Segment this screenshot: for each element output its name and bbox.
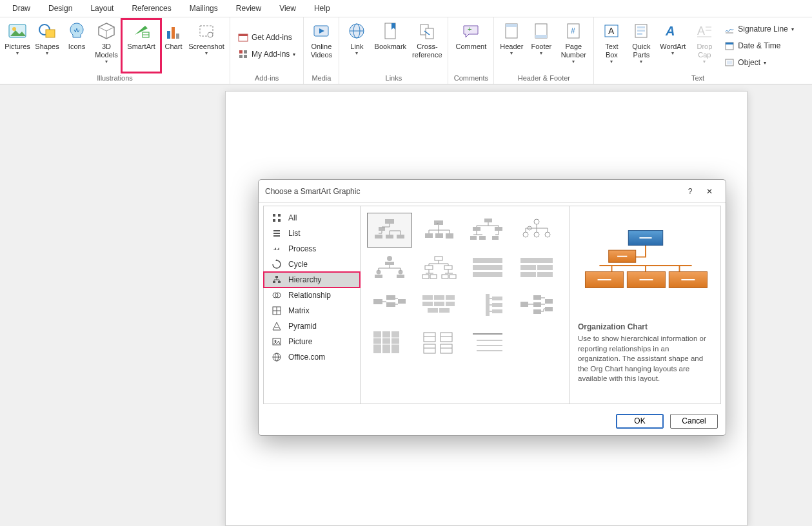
chevron-down-icon: ▾ xyxy=(510,50,513,56)
close-button[interactable]: ✕ xyxy=(700,187,719,196)
tab-mailings[interactable]: Mailings xyxy=(181,0,227,17)
tab-design[interactable]: Design xyxy=(39,0,81,17)
link-button[interactable]: Link ▾ xyxy=(342,19,371,73)
svg-rect-120 xyxy=(428,308,438,313)
svg-rect-78 xyxy=(484,219,492,222)
help-button[interactable]: ? xyxy=(680,187,700,196)
svg-rect-13 xyxy=(239,50,243,54)
layout-thumb[interactable]: – xyxy=(416,213,461,248)
chart-button[interactable]: Chart xyxy=(161,19,186,73)
footer-button[interactable]: Footer ▾ xyxy=(526,19,556,73)
page-number-button[interactable]: # Page Number ▾ xyxy=(556,19,591,73)
layout-thumb[interactable] xyxy=(514,250,559,285)
category-hierarchy[interactable]: Hierarchy xyxy=(264,272,360,287)
category-relationship[interactable]: Relationship xyxy=(264,287,360,303)
chart-label: Chart xyxy=(165,41,183,51)
svg-rect-103 xyxy=(473,265,502,270)
icons-button[interactable]: Icons xyxy=(62,19,92,73)
layout-thumb[interactable] xyxy=(465,325,510,360)
header-label: Header xyxy=(500,41,523,51)
svg-text:#: # xyxy=(571,26,575,35)
chevron-down-icon: ▾ xyxy=(46,50,48,56)
cancel-button[interactable]: Cancel xyxy=(670,414,718,429)
svg-rect-71 xyxy=(386,235,393,239)
layout-thumb[interactable] xyxy=(514,287,559,322)
svg-rect-83 xyxy=(492,236,499,240)
layout-thumb[interactable] xyxy=(416,287,461,322)
wordart-button[interactable]: A WordArt ▾ xyxy=(656,19,689,73)
svg-rect-12 xyxy=(239,34,248,36)
cross-reference-button[interactable]: Cross- reference xyxy=(409,19,445,73)
layout-gallery: – xyxy=(361,206,570,404)
svg-rect-56 xyxy=(278,281,281,283)
layout-thumb[interactable] xyxy=(465,250,510,285)
tab-draw[interactable]: Draw xyxy=(3,0,39,17)
layout-thumb[interactable] xyxy=(367,287,412,322)
svg-rect-123 xyxy=(492,297,502,300)
tab-references[interactable]: References xyxy=(123,0,180,17)
svg-rect-54 xyxy=(275,276,278,278)
smartart-icon xyxy=(131,21,152,41)
date-time-button[interactable]: Date & Time xyxy=(720,38,797,54)
layout-thumb[interactable] xyxy=(465,287,510,322)
3d-models-label: 3D Models xyxy=(95,41,117,59)
group-header-footer: Header ▾ Footer ▾ # Page Number ▾ Header… xyxy=(494,17,594,84)
svg-rect-109 xyxy=(537,272,553,277)
category-cycle[interactable]: Cycle xyxy=(264,257,360,272)
svg-rect-131 xyxy=(545,307,553,311)
comment-label: Comment xyxy=(456,41,487,51)
bookmark-label: Bookmark xyxy=(375,41,407,51)
svg-rect-110 xyxy=(373,299,382,304)
screenshot-button[interactable]: Screenshot ▾ xyxy=(186,19,227,73)
screenshot-label: Screenshot xyxy=(188,41,224,51)
category-process[interactable]: Process xyxy=(264,241,360,257)
shapes-button[interactable]: Shapes ▾ xyxy=(32,19,62,73)
my-addins-button[interactable]: My Add-ins ▾ xyxy=(234,46,299,62)
tab-review[interactable]: Review xyxy=(227,0,270,17)
category-picture[interactable]: Picture xyxy=(264,334,360,349)
group-addins: Get Add-ins My Add-ins ▾ Add-ins xyxy=(230,17,304,84)
drop-cap-button[interactable]: A Drop Cap ▾ xyxy=(689,19,719,73)
layout-thumb[interactable] xyxy=(416,250,461,285)
category-all[interactable]: All xyxy=(264,210,360,226)
comment-button[interactable]: + Comment xyxy=(451,19,491,73)
svg-rect-105 xyxy=(520,258,553,263)
layout-thumb[interactable] xyxy=(465,213,510,248)
ok-button[interactable]: OK xyxy=(616,414,664,429)
get-addins-button[interactable]: Get Add-ins xyxy=(234,30,299,45)
svg-rect-16 xyxy=(244,55,247,58)
signature-line-button[interactable]: Signature Line ▾ xyxy=(720,21,797,37)
category-list[interactable]: List xyxy=(264,226,360,241)
layout-thumb[interactable] xyxy=(367,213,412,248)
category-pyramid[interactable]: Pyramid xyxy=(264,318,360,334)
object-icon xyxy=(724,57,735,68)
quick-parts-button[interactable]: Quick Parts ▾ xyxy=(626,19,656,73)
pictures-button[interactable]: Pictures ▾ xyxy=(3,19,32,73)
textbox-button[interactable]: A Text Box ▾ xyxy=(597,19,626,73)
header-button[interactable]: Header ▾ xyxy=(497,19,526,73)
header-icon xyxy=(501,21,522,41)
svg-rect-3 xyxy=(46,30,55,37)
svg-rect-8 xyxy=(176,34,179,39)
svg-rect-115 xyxy=(434,295,444,300)
category-matrix[interactable]: Matrix xyxy=(264,303,360,318)
smartart-button[interactable]: SmartArt xyxy=(121,19,161,73)
video-icon xyxy=(311,21,332,41)
tab-layout[interactable]: Layout xyxy=(81,0,123,17)
object-label: Object xyxy=(738,58,760,67)
tab-view[interactable]: View xyxy=(270,0,305,17)
3d-models-button[interactable]: 3D Models ▾ xyxy=(92,19,121,73)
svg-rect-79 xyxy=(473,227,480,231)
svg-text:+: + xyxy=(468,25,471,33)
layout-thumb[interactable] xyxy=(367,325,412,360)
object-button[interactable]: Object ▾ xyxy=(720,55,797,70)
layout-thumb[interactable] xyxy=(416,325,461,360)
tab-help[interactable]: Help xyxy=(305,0,339,17)
category-office-com[interactable]: Office.com xyxy=(264,349,360,365)
bookmark-button[interactable]: Bookmark xyxy=(371,19,409,73)
bookmark-icon xyxy=(380,21,401,41)
online-videos-button[interactable]: Online Videos xyxy=(306,19,336,73)
layout-thumb[interactable] xyxy=(514,213,559,248)
svg-rect-107 xyxy=(537,265,553,270)
layout-thumb[interactable] xyxy=(367,250,412,285)
